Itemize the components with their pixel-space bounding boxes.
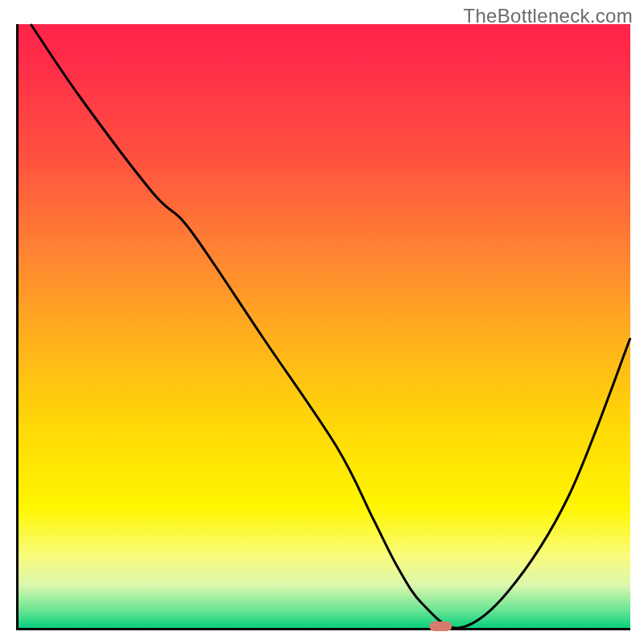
plot-area xyxy=(16,24,630,630)
bottleneck-curve-path xyxy=(31,24,630,628)
chart-frame: TheBottleneck.com xyxy=(0,0,644,644)
curve-layer xyxy=(19,24,630,628)
optimal-marker xyxy=(429,621,452,631)
